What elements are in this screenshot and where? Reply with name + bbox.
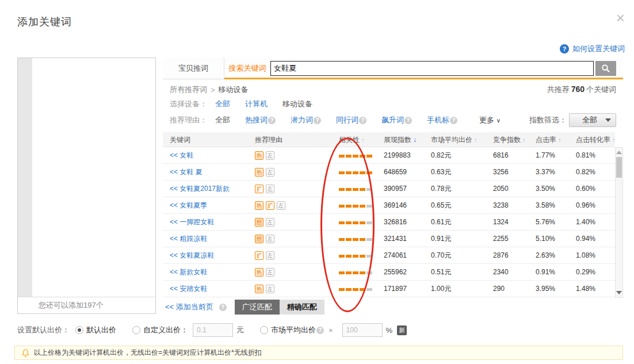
- scrollbar-thumb[interactable]: [616, 157, 622, 178]
- relevance-segment: [346, 238, 352, 241]
- sort-up-icon: ↑: [558, 136, 562, 143]
- keyword-link[interactable]: << 安踏女鞋: [170, 285, 207, 293]
- avg-price-cell: 1.00元: [431, 281, 493, 297]
- relevance-segment: [346, 271, 352, 274]
- search-icon: [601, 64, 610, 73]
- cvr-cell: 0.94%: [576, 231, 615, 247]
- device-option[interactable]: 移动设备: [282, 99, 312, 108]
- reason-badges-cell: 热左: [255, 147, 329, 163]
- reason-option[interactable]: 飙升词?: [381, 116, 412, 124]
- market-bid-radio[interactable]: [260, 326, 268, 334]
- help-link[interactable]: ? 如何设置关键词: [560, 44, 625, 54]
- keyword-link[interactable]: << 女鞋: [170, 151, 193, 159]
- scroll-down-arrow-icon[interactable]: [616, 291, 622, 294]
- reason-badge: 左: [266, 251, 274, 260]
- column-header[interactable]: 市场平均出价↑: [431, 132, 493, 147]
- custom-bid-input[interactable]: [193, 323, 233, 337]
- relevance-segment: [339, 238, 345, 241]
- column-header[interactable]: 竞争指数↑: [493, 132, 536, 147]
- reason-help-icon[interactable]: ?: [359, 117, 366, 124]
- cvr-cell: 1.08%: [576, 247, 615, 263]
- relevance-bars: [339, 281, 372, 297]
- keyword-link[interactable]: << 新款女鞋: [170, 268, 207, 276]
- keyword-link[interactable]: << 一脚蹬女鞋: [170, 218, 214, 226]
- relevance-segment: [360, 188, 365, 191]
- relevance-segment: [353, 288, 358, 291]
- add-page-help-icon[interactable]: ?: [219, 304, 227, 311]
- relevance-bars: [339, 164, 372, 180]
- keyword-cell: << 粗跟凉鞋: [163, 231, 255, 247]
- sort-up-icon: ↑: [474, 136, 478, 143]
- device-option[interactable]: 全部: [215, 99, 230, 108]
- reason-option-label: 手机标: [427, 116, 449, 124]
- reason-help-icon[interactable]: ?: [314, 117, 321, 124]
- competition-cell: 2340: [493, 264, 536, 280]
- reason-help-icon[interactable]: ?: [404, 117, 412, 124]
- sort-down-icon: ↓: [413, 136, 417, 144]
- reason-badge: 热: [255, 285, 263, 293]
- relevance-segment: [346, 188, 352, 191]
- table-row: << 女鞋夏季热扩左3691460.65元32383.58%0.96%: [163, 197, 615, 214]
- column-header[interactable]: 点击转化率↑: [576, 132, 615, 147]
- reason-option[interactable]: 同行词?: [336, 116, 366, 124]
- reason-option[interactable]: 潜力词?: [291, 116, 321, 124]
- keyword-link[interactable]: << 女鞋夏凉鞋: [170, 251, 214, 259]
- index-filter-dropdown[interactable]: 全部: [569, 113, 616, 127]
- avg-price-cell: 0.51元: [431, 264, 493, 280]
- market-percent-input[interactable]: [342, 323, 383, 337]
- relevance-segment: [366, 288, 372, 291]
- add-current-page-link[interactable]: << 添加当前页: [165, 302, 213, 312]
- relevance-segment: [360, 171, 365, 174]
- reason-badges-cell: 想左: [255, 231, 329, 247]
- keyword-link[interactable]: << 粗跟凉鞋: [170, 235, 207, 243]
- relevance-segment: [346, 155, 352, 158]
- column-header[interactable]: 点击率↑: [536, 132, 576, 147]
- reason-filter-label: 推荐理由：: [170, 115, 207, 125]
- tab-item-recommend[interactable]: 宝贝推词: [163, 58, 224, 79]
- keyword-link[interactable]: << 女鞋 夏: [170, 168, 203, 176]
- custom-bid-option: 自定义出价： 元: [132, 323, 244, 337]
- relevance-segment: [346, 205, 352, 208]
- search-button[interactable]: [595, 61, 616, 76]
- reason-option[interactable]: 全部: [215, 116, 230, 124]
- relevance-bars: [339, 231, 372, 247]
- table-header-row: 关键词推荐理由相关性↑展现指数↓市场平均出价↑竞争指数↑点击率↑点击转化率↑: [163, 132, 615, 147]
- default-bid-radio[interactable]: [75, 326, 83, 334]
- custom-bid-radio[interactable]: [132, 326, 140, 334]
- keyword-link[interactable]: << 女鞋夏2017新款: [170, 185, 230, 193]
- sort-up-icon: ↑: [361, 136, 365, 143]
- device-option[interactable]: 计算机: [245, 99, 268, 108]
- column-header-label: 关键词: [170, 136, 190, 144]
- index-filter-value: 全部: [574, 115, 605, 125]
- cvr-cell: 0.82%: [576, 164, 615, 180]
- market-bid-help-icon[interactable]: ?: [316, 327, 324, 334]
- tab-search-keywords[interactable]: 搜索关键词: [224, 58, 270, 79]
- column-header[interactable]: 展现指数↓: [384, 132, 431, 147]
- competition-cell: 2050: [493, 181, 536, 197]
- reason-option[interactable]: 热搜词?: [245, 116, 276, 124]
- search-input[interactable]: [270, 61, 594, 76]
- scroll-up-arrow-icon[interactable]: [616, 151, 622, 154]
- reason-badges-cell: 热左: [255, 264, 329, 280]
- relevance-segment: [353, 221, 358, 224]
- impressions-cell: 390957: [384, 181, 431, 197]
- keyword-link[interactable]: << 女鞋夏季: [170, 201, 207, 209]
- relevance-bars: [339, 248, 372, 263]
- reason-option[interactable]: 手机标?: [427, 116, 457, 124]
- relevance-segment: [353, 171, 358, 174]
- column-header[interactable]: 相关性↑: [329, 132, 384, 147]
- reason-badge: 左: [266, 185, 274, 193]
- close-icon[interactable]: ×: [616, 10, 625, 25]
- broad-match-button[interactable]: 广泛匹配: [235, 300, 280, 315]
- more-filters-link[interactable]: 更多 ∨: [479, 115, 501, 125]
- reason-help-icon[interactable]: ?: [268, 117, 276, 124]
- vertical-scrollbar[interactable]: [615, 147, 623, 298]
- competition-cell: 290: [493, 281, 536, 297]
- table-row: << 女鞋 夏热左6486590.63元32563.37%0.82%: [163, 164, 615, 181]
- reason-badge: 扩: [255, 251, 263, 260]
- exact-match-button[interactable]: 精确匹配: [280, 300, 324, 315]
- reason-help-icon[interactable]: ?: [450, 117, 457, 124]
- breadcrumb-all-words[interactable]: 所有推荐词: [170, 85, 207, 95]
- relevance-bars: [339, 265, 372, 280]
- relevance-segment: [366, 155, 372, 158]
